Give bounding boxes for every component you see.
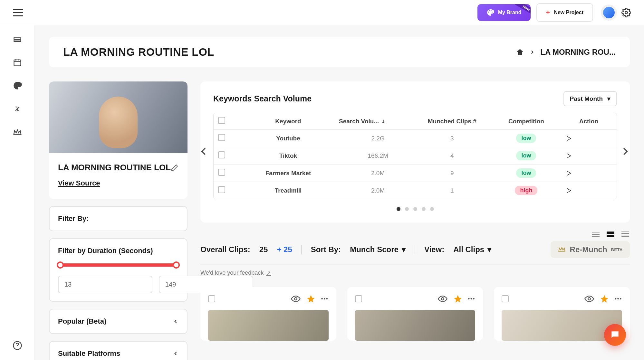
nav-palette[interactable] xyxy=(13,81,22,90)
clip-card[interactable]: ••• xyxy=(200,287,336,341)
keyword-volume: 2.2G xyxy=(339,135,417,142)
col-volume[interactable]: Search Volu... xyxy=(339,118,417,125)
popular-filter-label: Popular (Beta) xyxy=(58,317,106,326)
view-filter-select[interactable]: All Clips ▾ xyxy=(453,245,491,254)
sort-by-label: Sort By: xyxy=(311,245,341,254)
project-thumbnail xyxy=(49,81,187,153)
remunch-beta: BETA xyxy=(611,247,623,252)
row-checkbox[interactable] xyxy=(218,134,225,141)
keyword-munched: 9 xyxy=(417,170,487,177)
row-checkbox[interactable] xyxy=(218,169,225,176)
new-project-label: New Project xyxy=(554,10,583,15)
clip-thumbnail xyxy=(355,310,476,341)
chat-fab[interactable] xyxy=(604,324,626,346)
nav-item-1[interactable] xyxy=(13,35,22,44)
carousel-prev[interactable] xyxy=(199,147,210,157)
hamburger-menu[interactable] xyxy=(13,9,23,16)
row-checkbox[interactable] xyxy=(218,151,225,158)
col-action: Action xyxy=(565,118,612,125)
clip-card[interactable]: ••• xyxy=(347,287,483,341)
svg-rect-6 xyxy=(607,235,614,237)
more-icon[interactable]: ••• xyxy=(321,296,329,302)
eye-icon[interactable] xyxy=(584,294,594,304)
carousel-dot[interactable] xyxy=(422,207,426,211)
view-grid-small[interactable] xyxy=(591,231,600,238)
platforms-expand-icon[interactable] xyxy=(173,351,178,356)
play-icon[interactable] xyxy=(565,135,612,142)
carousel-dot[interactable] xyxy=(430,207,434,211)
more-icon[interactable]: ••• xyxy=(615,296,622,302)
overall-clips-count: 25 xyxy=(259,245,268,254)
home-icon[interactable] xyxy=(516,48,524,56)
play-icon[interactable] xyxy=(565,170,612,176)
col-munched: Munched Clips # xyxy=(417,118,487,125)
view-source-link[interactable]: View Source xyxy=(58,179,100,187)
star-icon[interactable] xyxy=(453,294,462,303)
feedback-link[interactable]: We'd love your feedback ↗ xyxy=(200,270,271,277)
carousel-dot[interactable] xyxy=(413,207,417,211)
star-icon[interactable] xyxy=(600,294,609,303)
carousel-dot[interactable] xyxy=(405,207,409,211)
play-icon[interactable] xyxy=(565,187,612,194)
clip-checkbox[interactable] xyxy=(502,295,509,302)
row-checkbox[interactable] xyxy=(218,186,225,193)
sort-by-select[interactable]: Munch Score ▾ xyxy=(350,245,406,254)
keyword-competition: low xyxy=(487,134,565,143)
my-brand-button[interactable]: My Brand New xyxy=(477,4,531,21)
svg-rect-5 xyxy=(607,232,614,234)
keyword-row: Tiktok 166.2M 4 low xyxy=(214,147,617,164)
keyword-munched: 1 xyxy=(417,187,487,194)
col-competition: Competition xyxy=(487,118,565,125)
view-grid-medium[interactable] xyxy=(606,231,615,238)
project-name: LA MORNING ROUTINE LOL xyxy=(58,163,171,173)
duration-min-input[interactable] xyxy=(58,276,152,293)
chevron-down-icon: ▾ xyxy=(607,95,610,102)
remunch-button[interactable]: Re-Munch BETA xyxy=(551,241,630,258)
new-project-button[interactable]: + New Project xyxy=(536,3,593,22)
carousel-next[interactable] xyxy=(620,147,631,157)
overall-clips-plus[interactable]: + 25 xyxy=(277,245,292,254)
keyword-row: Youtube 2.2G 3 low xyxy=(214,130,617,147)
svg-rect-3 xyxy=(14,60,21,66)
popular-expand-icon[interactable] xyxy=(173,318,178,324)
play-icon[interactable] xyxy=(565,153,612,159)
keyword-competition: high xyxy=(487,186,565,195)
select-all-checkbox[interactable] xyxy=(218,117,225,124)
clip-checkbox[interactable] xyxy=(208,295,215,302)
remunch-label: Re-Munch xyxy=(570,245,607,254)
plus-icon: + xyxy=(546,8,550,17)
period-select[interactable]: Past Month ▾ xyxy=(563,91,617,106)
clip-checkbox[interactable] xyxy=(355,295,362,302)
view-list[interactable] xyxy=(621,231,630,238)
platforms-filter-label: Suitable Platforms xyxy=(58,349,120,358)
my-brand-label: My Brand xyxy=(498,10,522,15)
more-icon[interactable]: ••• xyxy=(468,296,476,302)
svg-point-0 xyxy=(625,11,628,14)
keyword-name: Tiktok xyxy=(237,152,339,159)
share-icon: ↗ xyxy=(266,270,271,277)
nav-crown[interactable] xyxy=(13,128,22,137)
carousel-dot[interactable] xyxy=(397,207,400,211)
nav-connect[interactable] xyxy=(13,104,22,113)
edit-icon[interactable] xyxy=(171,164,178,172)
slider-thumb-max[interactable] xyxy=(173,261,180,269)
keywords-panel-title: Keywords Search Volume xyxy=(213,94,312,103)
nav-calendar[interactable] xyxy=(13,58,22,67)
view-filter-label: View: xyxy=(424,245,444,254)
settings-button[interactable] xyxy=(621,8,631,17)
overall-clips-label: Overall Clips: xyxy=(200,245,250,254)
nav-help[interactable] xyxy=(13,341,22,350)
keyword-name: Youtube xyxy=(237,135,339,142)
chevron-right-icon xyxy=(529,49,535,55)
keyword-name: Treadmill xyxy=(237,187,339,194)
star-icon[interactable] xyxy=(306,294,315,303)
duration-slider[interactable] xyxy=(58,263,178,267)
slider-thumb-min[interactable] xyxy=(57,261,64,269)
user-avatar[interactable] xyxy=(601,5,617,21)
filter-by-label: Filter By: xyxy=(58,214,178,223)
clip-thumbnail xyxy=(208,310,329,341)
eye-icon[interactable] xyxy=(291,294,301,304)
eye-icon[interactable] xyxy=(438,294,447,304)
keyword-name: Farmers Market xyxy=(237,170,339,177)
page-title: LA MORNING ROUTINE LOL xyxy=(63,46,214,58)
